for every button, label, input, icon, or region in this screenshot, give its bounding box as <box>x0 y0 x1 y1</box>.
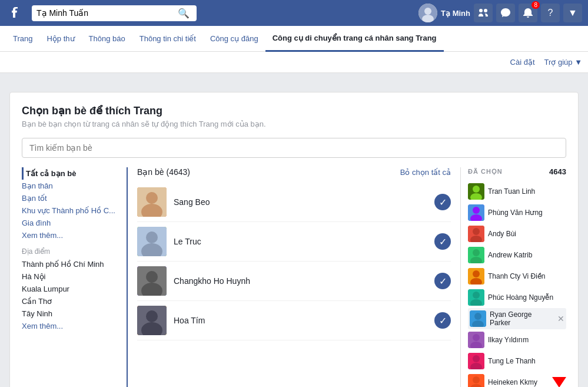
sidebar-item-xem-them-2[interactable]: Xem thêm... <box>22 320 119 332</box>
left-sidebar: Tất cả bạn bè Bạn thân Bạn tốt Khu vực T… <box>22 167 128 387</box>
nav-right: Tạ Minh 8 ? ▼ <box>418 4 582 22</box>
search-icon: 🔍 <box>178 8 190 19</box>
selected-item: Tung Le Thanh <box>468 350 566 372</box>
selected-item: Tran Tuan Linh <box>468 181 566 202</box>
sidebar-item-hcm[interactable]: Thành phố Hồ Chí Minh <box>22 258 119 270</box>
selected-name: Andrew Katrib <box>488 251 566 259</box>
tab-thongbao[interactable]: Thông báo <box>82 26 132 52</box>
selected-name: Ilkay Yıldırım <box>488 336 566 344</box>
location-section-title: Địa điểm <box>22 247 119 256</box>
sub-navigation: Trang Hộp thư Thông báo Thông tin chi ti… <box>0 26 588 52</box>
sidebar-item-kuala[interactable]: Kuala Lumpur <box>22 283 119 295</box>
svg-point-25 <box>473 249 480 256</box>
svg-point-34 <box>474 313 481 320</box>
nav-username: Tạ Minh <box>441 9 470 18</box>
friend-avatar <box>137 306 167 335</box>
sidebar-item-all-friends[interactable]: Tất cả bạn bè <box>22 167 119 180</box>
deselect-all-button[interactable]: Bỏ chọn tất cả <box>400 168 451 177</box>
right-panel: ĐÃ CHỌN 4643 Tran Tuan Linh Phùng Văn Hư… <box>460 167 566 387</box>
svg-point-7 <box>146 231 158 243</box>
sidebar-item-ban-than[interactable]: Bạn thân <box>22 180 119 192</box>
sidebar-item-cantho[interactable]: Cần Thơ <box>22 295 119 307</box>
facebook-logo <box>6 2 27 24</box>
svg-point-4 <box>146 192 158 204</box>
selected-item: Phùng Văn Hưng <box>468 202 566 223</box>
friend-item: Le Truc ✓ <box>137 222 451 262</box>
nav-dropdown-icon[interactable]: ▼ <box>563 4 582 22</box>
tab-hopthu[interactable]: Hộp thư <box>39 26 81 52</box>
tab-congcudang[interactable]: Công cụ đăng <box>203 26 265 52</box>
selected-avatar <box>468 353 484 369</box>
friend-name: Le Truc <box>174 237 434 246</box>
selected-avatar <box>468 268 484 285</box>
messages-icon[interactable] <box>496 4 515 22</box>
selected-item-heineken: Heineken Kkmy <box>468 372 566 387</box>
page-subtitle: Bạn bè bạn chọn từ trang cá nhân sẽ tự đ… <box>22 120 566 128</box>
friends-header: Bạn bè (4643) Bỏ chọn tất cả <box>137 167 451 177</box>
friend-avatar <box>137 227 167 256</box>
friend-check-icon[interactable]: ✓ <box>434 312 451 329</box>
settings-link[interactable]: Cài đặt <box>510 58 535 67</box>
sidebar-item-khu-vuc[interactable]: Khu vực Thành phố Hồ C... <box>22 204 119 217</box>
svg-point-13 <box>146 310 158 322</box>
svg-point-28 <box>473 270 480 277</box>
selected-avatar <box>470 310 486 327</box>
search-input[interactable] <box>36 8 178 18</box>
friends-count: Bạn bè (4643) <box>137 167 190 177</box>
notification-badge: 8 <box>531 1 540 9</box>
tab-thongtin[interactable]: Thông tin chi tiết <box>132 26 203 52</box>
selected-avatar <box>468 183 484 200</box>
right-panel-header: ĐÃ CHỌN 4643 <box>468 167 566 176</box>
sidebar-item-hanoi[interactable]: Hà Nội <box>22 270 119 283</box>
selected-avatar <box>468 289 484 306</box>
friend-name: Changkho Ho Huynh <box>174 276 434 286</box>
avatar <box>418 4 437 22</box>
friend-check-icon[interactable]: ✓ <box>434 194 451 210</box>
sub-navigation-2: Cài đặt Trợ giúp ▼ <box>0 52 588 73</box>
selected-name: Thanh Cty Vi Điền <box>488 272 566 280</box>
friend-check-icon[interactable]: ✓ <box>434 273 451 289</box>
svg-point-22 <box>473 228 480 235</box>
friends-icon[interactable] <box>474 4 493 22</box>
content-area: Tất cả bạn bè Bạn thân Bạn tốt Khu vực T… <box>22 167 566 387</box>
friend-item: Changkho Ho Huynh ✓ <box>137 262 451 301</box>
tab-congcudichcuyen[interactable]: Công cụ di chuyển trang cá nhân sang Tra… <box>265 26 444 52</box>
friend-name: Sang Beo <box>174 197 434 207</box>
search-bar: 🔍 <box>32 5 197 21</box>
remove-button[interactable]: ✕ <box>557 314 564 323</box>
search-friends-input[interactable] <box>22 138 566 158</box>
help-icon[interactable]: ? <box>541 4 560 22</box>
selected-item: Andrew Katrib <box>468 244 566 266</box>
selected-item: Andy Bùi <box>468 223 566 244</box>
svg-point-31 <box>473 292 480 299</box>
selected-item: Phúc Hoàng Nguyễn <box>468 287 566 308</box>
selected-item: Ilkay Yıldırım <box>468 329 566 350</box>
friend-avatar <box>137 266 167 296</box>
sidebar-item-tayninh[interactable]: Tây Ninh <box>22 307 119 320</box>
main-content: Chọn bạn bè để thích Trang Bạn bè bạn ch… <box>9 92 579 387</box>
help-link[interactable]: Trợ giúp ▼ <box>544 58 582 67</box>
sidebar-item-gia-dinh[interactable]: Gia đình <box>22 217 119 229</box>
sidebar-item-xem-them[interactable]: Xem thêm... <box>22 229 119 242</box>
arrow-down-icon <box>552 377 566 387</box>
friend-check-icon[interactable]: ✓ <box>434 233 451 250</box>
top-navigation: 🔍 Tạ Minh 8 ? ▼ <box>0 0 588 26</box>
friend-name: Hoa Tím <box>174 316 434 325</box>
tab-trang[interactable]: Trang <box>6 26 39 52</box>
selected-name: Andy Bùi <box>488 230 566 238</box>
friend-item: Hoa Tím ✓ <box>137 301 451 340</box>
selected-avatar <box>468 332 484 348</box>
selected-name: Phúc Hoàng Nguyễn <box>488 293 566 302</box>
da-chon-title: ĐÃ CHỌN <box>468 168 503 176</box>
selected-item-ryan: Ryan George Parker ✕ <box>468 308 566 329</box>
page-title: Chọn bạn bè để thích Trang <box>22 104 566 117</box>
friends-list: Bạn bè (4643) Bỏ chọn tất cả Sang Beo ✓ <box>128 167 460 387</box>
da-chon-count: 4643 <box>549 167 566 176</box>
svg-point-10 <box>146 271 158 283</box>
svg-point-43 <box>473 376 480 383</box>
sidebar-item-ban-tot[interactable]: Bạn tốt <box>22 192 119 204</box>
svg-point-19 <box>473 207 480 214</box>
selected-name: Heineken Kkmy <box>488 378 546 386</box>
svg-point-40 <box>473 355 480 362</box>
notifications-icon[interactable]: 8 <box>519 4 537 22</box>
